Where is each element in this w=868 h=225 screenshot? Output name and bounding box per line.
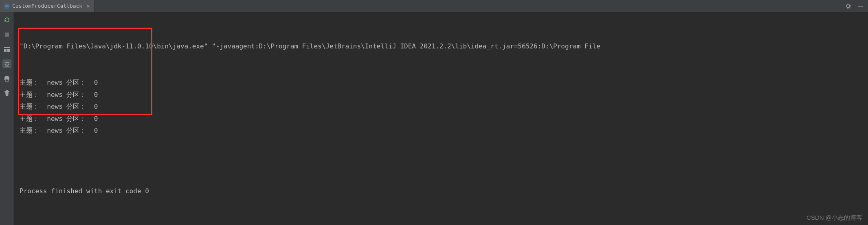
output-line: 主题： news 分区： 0: [20, 113, 862, 125]
run-tool-window-header: CustomProducerCallback ×: [0, 0, 868, 12]
svg-rect-11: [5, 79, 9, 81]
svg-rect-1: [5, 5, 9, 6]
output-line: 主题： news 分区： 0: [20, 89, 862, 101]
svg-rect-6: [4, 49, 7, 52]
svg-rect-7: [7, 49, 10, 52]
run-config-icon: [4, 3, 10, 9]
scroll-to-end-icon[interactable]: [2, 59, 11, 68]
left-toolbar: [0, 12, 14, 225]
stop-icon[interactable]: [2, 30, 11, 39]
watermark: CSDN @小志的博客: [806, 214, 862, 222]
gear-icon[interactable]: [844, 2, 852, 10]
main-area: "D:\Program Files\Java\jdk-11.0.10\bin\j…: [0, 12, 868, 225]
trash-icon[interactable]: [2, 89, 11, 98]
print-icon[interactable]: [2, 74, 11, 83]
output-line: 主题： news 分区： 0: [20, 76, 862, 89]
svg-rect-2: [5, 6, 9, 7]
svg-rect-3: [858, 6, 863, 7]
exit-message: Process finished with exit code 0: [20, 185, 862, 197]
svg-rect-4: [5, 33, 9, 37]
rerun-icon[interactable]: [2, 15, 11, 24]
output-line: 主题： news 分区： 0: [20, 100, 862, 113]
minimize-icon[interactable]: [857, 2, 864, 10]
output-line: 主题： news 分区： 0: [20, 125, 862, 137]
svg-rect-8: [5, 66, 9, 67]
tab-title: CustomProducerCallback: [12, 3, 82, 9]
svg-rect-5: [4, 47, 10, 48]
svg-rect-12: [4, 91, 9, 92]
svg-rect-9: [5, 76, 9, 77]
svg-rect-13: [6, 90, 8, 91]
command-line: "D:\Program Files\Java\jdk-11.0.10\bin\j…: [20, 40, 862, 52]
header-actions: [844, 2, 868, 10]
close-icon[interactable]: ×: [86, 3, 90, 9]
run-tab[interactable]: CustomProducerCallback ×: [0, 0, 94, 12]
tab-area: CustomProducerCallback ×: [0, 0, 94, 12]
layout-icon[interactable]: [2, 45, 11, 54]
console-output[interactable]: "D:\Program Files\Java\jdk-11.0.10\bin\j…: [14, 12, 868, 225]
